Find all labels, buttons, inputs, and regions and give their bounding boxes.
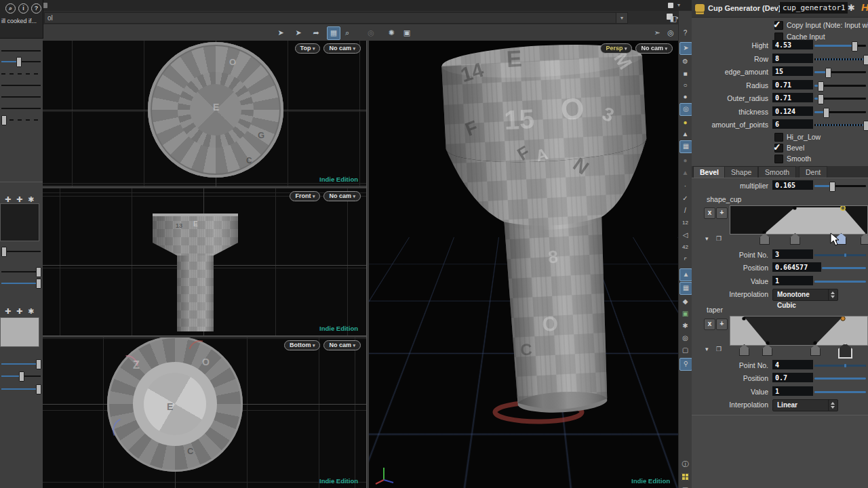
render-view-icon[interactable]: ✺ (385, 26, 397, 39)
magnifier-icon[interactable]: ⌕ (5, 3, 16, 14)
thickness-slider[interactable] (814, 108, 866, 117)
target-icon[interactable]: ◎ (665, 26, 677, 39)
ramp-delete-point-button[interactable]: x (704, 319, 715, 330)
camera-view-icon[interactable]: ◪ (679, 484, 691, 488)
sidebar-slider[interactable] (1, 247, 41, 256)
ramp-collapse-icon[interactable]: ▾ (705, 235, 709, 242)
viewport-front[interactable]: Front ▾ No cam ▾ (43, 188, 366, 336)
gear-menu-icon[interactable]: ✱ (28, 307, 34, 315)
pin-params-icon[interactable]: ✚ (5, 195, 11, 203)
point-no-slider[interactable] (814, 251, 866, 260)
view-menu-pill[interactable]: Bottom ▾ (284, 340, 321, 350)
point-no-field[interactable]: 4 (772, 360, 813, 369)
camera-menu-pill[interactable]: No cam ▾ (323, 191, 361, 201)
normal-lights-icon[interactable]: ● (679, 117, 691, 128)
radius-slider[interactable] (814, 81, 866, 90)
position-slider[interactable] (822, 264, 866, 272)
sidebar-slider[interactable] (1, 267, 41, 276)
pane-menu-chevron-icon[interactable]: ▾ (677, 2, 680, 8)
pin-view-icon[interactable]: ➣ (651, 26, 663, 39)
hight-slider[interactable] (814, 41, 866, 50)
point-no-slider[interactable] (814, 361, 866, 370)
ramp-preview-light[interactable] (0, 317, 39, 347)
ramp-add-point-button[interactable]: + (716, 319, 728, 330)
prim-numbers-icon[interactable]: 42 (679, 241, 691, 253)
jump-params-icon[interactable]: ✚ (16, 195, 22, 203)
multiplier-field[interactable]: 0.165 (772, 180, 813, 190)
outer-radius-slider[interactable] (814, 94, 866, 103)
point-normals-icon[interactable]: ✓ (679, 192, 691, 204)
interpolation-dropdown[interactable]: Linear (772, 399, 835, 411)
gear-menu-icon[interactable]: ✱ (848, 3, 855, 13)
interpolation-spinner-icon[interactable] (828, 289, 838, 301)
point-trails-icon[interactable]: / (679, 205, 691, 216)
value-field[interactable]: 1 (772, 276, 813, 285)
viewport-path-field[interactable]: ol (44, 12, 619, 24)
bevel-checkbox[interactable] (774, 144, 783, 152)
camera-menu-pill[interactable]: No cam ▾ (323, 43, 361, 54)
camera-menu-pill[interactable]: No cam ▾ (635, 43, 673, 54)
node-name-field[interactable]: cup_generator1 (780, 2, 848, 14)
uv-overlay-icon[interactable]: ▣ (679, 308, 691, 319)
material-sphere-icon[interactable]: ▦ (679, 140, 692, 153)
orbit-icon[interactable]: ◎ (365, 26, 377, 39)
tab-bevel[interactable]: Bevel (693, 166, 726, 178)
interpolation-dropdown[interactable]: Monotone Cubic (772, 289, 835, 301)
point-no-field[interactable]: 3 (772, 249, 813, 259)
ramp-expand-icon[interactable]: ❐ (716, 346, 722, 352)
edge-amount-slider[interactable] (814, 68, 866, 77)
camera-menu-pill[interactable]: No cam ▾ (323, 340, 361, 350)
amount-of-points-slider[interactable] (814, 121, 866, 129)
show-handles-icon[interactable]: ⚙ (679, 56, 691, 67)
snap-toggle-icon[interactable]: ▦ (327, 26, 340, 40)
value-slider[interactable] (814, 388, 866, 396)
info-circle-icon[interactable]: ⓘ (679, 458, 691, 470)
select-tool-icon[interactable]: ➤ (292, 26, 304, 39)
ghost-objects-icon[interactable]: ● (679, 155, 691, 166)
move-tool-icon[interactable]: ➦ (310, 26, 322, 39)
gear-menu-icon[interactable]: ✱ (28, 195, 34, 203)
viewport-persp[interactable]: Persp ▾ No cam ▾ (369, 41, 678, 488)
axis-display-icon[interactable]: ✱ (679, 320, 691, 331)
shape-cup-ramp[interactable] (730, 205, 868, 235)
view-menu-pill[interactable]: Top ▾ (295, 43, 321, 54)
amount-of-points-field[interactable]: 6 (772, 119, 813, 129)
smooth-checkbox[interactable] (774, 155, 783, 163)
point-numbers-icon[interactable]: 12 (679, 217, 691, 228)
view-menu-pill[interactable]: Persp ▾ (600, 43, 632, 54)
radius-field[interactable]: 0.71 (772, 80, 813, 89)
tab-dent[interactable]: Dent (799, 166, 827, 178)
sidebar-slider[interactable] (1, 359, 41, 368)
flipbook-icon[interactable]: ▣ (401, 26, 413, 39)
jump-params-icon[interactable]: ✚ (16, 307, 22, 315)
viewport-bottom[interactable]: Bottom ▾ No cam ▾ Z O C E Indie Edition (43, 338, 366, 488)
prim-hull-icon[interactable]: ◁ (679, 229, 691, 241)
edge-amount-field[interactable]: 15 (772, 66, 813, 76)
sidebar-slider[interactable] (1, 279, 41, 287)
position-field[interactable]: 0.7 (772, 373, 813, 382)
viewport-top[interactable]: Top ▾ No cam ▾ O G C E Indie Edition (43, 41, 366, 186)
secure-selection-icon[interactable]: ➤ (679, 42, 692, 55)
tab-smooth[interactable]: Smooth (758, 166, 796, 178)
help-icon[interactable]: ? (679, 27, 691, 39)
point-display-icon[interactable]: · (679, 180, 691, 192)
tab-shape[interactable]: Shape (724, 166, 758, 178)
sidebar-slider[interactable] (1, 92, 41, 101)
taper-ramp[interactable] (730, 316, 868, 346)
hide-objects-icon[interactable]: ▲ (679, 167, 691, 178)
lock-icon[interactable]: ■ (679, 68, 691, 79)
high-quality-light-icon[interactable]: ▲ (679, 128, 691, 140)
view-menu-pill[interactable]: Front ▾ (290, 191, 320, 201)
shaded-mode-icon[interactable]: ▲ (679, 268, 692, 281)
multiplier-slider[interactable] (814, 182, 866, 190)
vertex-markers-icon[interactable]: ⌜ (679, 255, 691, 266)
info-icon[interactable]: i (18, 3, 28, 14)
thickness-field[interactable]: 0.124 (772, 106, 813, 116)
copy-input-checkbox[interactable] (774, 21, 783, 30)
view-pin-icon[interactable]: ⚲ (679, 358, 692, 371)
ramp-collapse-icon[interactable]: ▾ (705, 346, 709, 352)
sidebar-slider[interactable] (1, 57, 41, 66)
interpolation-spinner-icon[interactable] (828, 399, 838, 411)
sidebar-slider[interactable] (1, 69, 41, 78)
position-slider[interactable] (814, 374, 866, 383)
